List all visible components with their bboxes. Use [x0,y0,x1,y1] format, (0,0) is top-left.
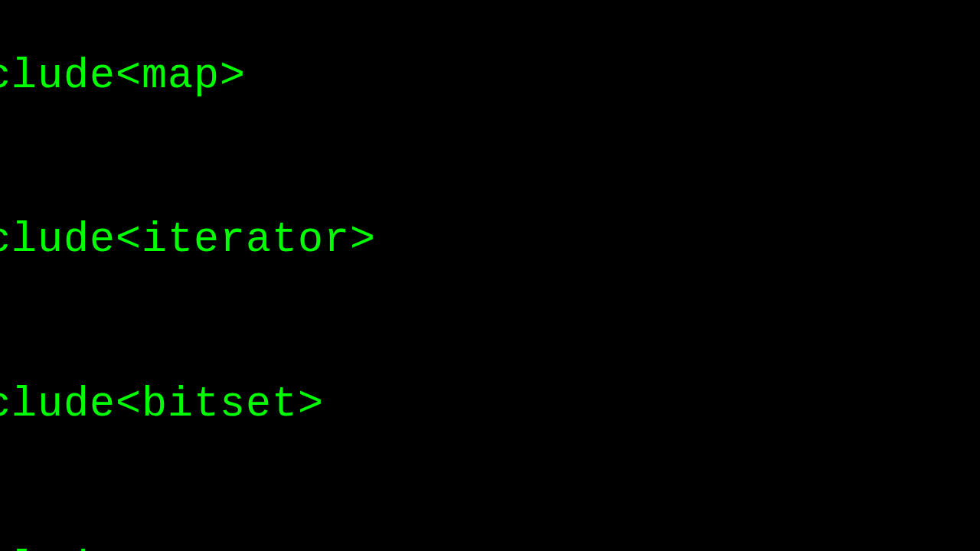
include-directive: clude<iterator> [0,216,376,264]
code-line: clude<iterator> [0,158,861,323]
code-line: clude<vector> [0,487,861,552]
code-line: clude<map> [0,0,861,158]
include-directive: clude<vector> [0,544,324,551]
include-directive: clude<bitset> [0,380,324,429]
code-editor-viewport[interactable]: clude<map> clude<iterator> clude<bitset>… [0,0,861,551]
code-line: clude<bitset> [0,322,861,487]
include-directive: clude<map> [0,52,246,100]
